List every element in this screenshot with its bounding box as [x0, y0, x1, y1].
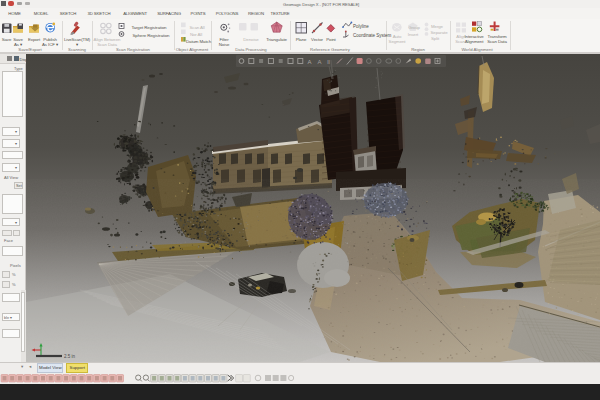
svg-text:2.5 in: 2.5 in: [64, 354, 76, 359]
svg-text:A: A: [317, 59, 321, 65]
svg-text:Polyline: Polyline: [353, 24, 369, 29]
svg-text:A: A: [308, 59, 312, 65]
svg-text:ll: ll: [327, 59, 330, 65]
